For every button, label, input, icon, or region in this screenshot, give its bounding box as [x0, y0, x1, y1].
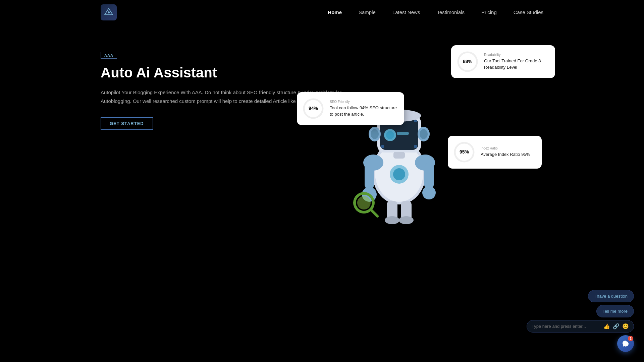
nav-item-testimonials[interactable]: Testimonials	[437, 9, 465, 15]
nav-item-latest-news[interactable]: Latest News	[392, 9, 420, 15]
svg-point-9	[386, 131, 394, 139]
svg-point-1	[108, 11, 110, 13]
svg-rect-19	[393, 152, 405, 159]
readability-card-info: Readability Our Tool Trained For Grade 8…	[484, 53, 548, 70]
stat-card-index: 95% Index Ratio Average Index Ratio 95%	[448, 136, 542, 169]
seo-card-desc: Tool can follow 94% SEO structure to pos…	[330, 105, 397, 117]
seo-card-info: SEO Friendly Tool can follow 94% SEO str…	[330, 100, 397, 117]
svg-point-28	[422, 186, 436, 199]
svg-text:94%: 94%	[309, 106, 318, 111]
nav-links: Home Sample Latest News Testimonials Pri…	[328, 9, 543, 15]
chat-widget: I have a question Tell me more 👍 🔗 😊 1	[527, 290, 634, 352]
svg-text:95%: 95%	[460, 149, 469, 155]
chat-input[interactable]	[532, 324, 600, 329]
svg-rect-14	[414, 145, 417, 148]
svg-point-26	[357, 196, 371, 209]
readability-card-desc: Our Tool Trained For Grade 8 Readability…	[484, 58, 548, 70]
seo-card-label: SEO Friendly	[330, 100, 397, 104]
nav-item-sample[interactable]: Sample	[359, 9, 376, 15]
nav-item-case-studies[interactable]: Case Studies	[514, 9, 543, 15]
stat-card-seo: 94% SEO Friendly Tool can follow 94% SEO…	[297, 92, 404, 125]
chat-emoji-icon[interactable]: 😊	[622, 323, 629, 329]
svg-text:88%: 88%	[463, 59, 473, 64]
logo	[101, 4, 117, 20]
svg-point-16	[371, 129, 379, 139]
svg-point-31	[385, 216, 399, 224]
svg-line-27	[371, 209, 377, 216]
chat-more-button[interactable]: Tell me more	[596, 305, 634, 317]
svg-rect-13	[381, 145, 384, 148]
chat-input-icons: 👍 🔗 😊	[603, 323, 629, 329]
chat-input-area: 👍 🔗 😊	[527, 320, 634, 333]
index-card-label: Index Ratio	[481, 146, 530, 150]
svg-rect-10	[397, 132, 409, 135]
chat-thumbs-up-icon[interactable]: 👍	[603, 323, 610, 329]
svg-point-32	[399, 216, 414, 224]
get-started-button[interactable]: GET STARTED	[101, 117, 153, 130]
readability-card-label: Readability	[484, 53, 548, 57]
hero-section: AAA Auto Ai Assistant Autopilot Your Blo…	[0, 25, 644, 253]
svg-rect-12	[414, 120, 417, 122]
aaa-badge: AAA	[101, 52, 117, 59]
navbar: Home Sample Latest News Testimonials Pri…	[0, 0, 644, 25]
svg-rect-23	[424, 163, 434, 189]
index-card-desc: Average Index Ratio 95%	[481, 152, 530, 158]
chat-question-button[interactable]: I have a question	[588, 290, 634, 302]
nav-item-pricing[interactable]: Pricing	[481, 9, 497, 15]
svg-point-5	[393, 168, 405, 180]
index-card-info: Index Ratio Average Index Ratio 95%	[481, 146, 530, 158]
stat-card-readability: 88% Readability Our Tool Trained For Gra…	[451, 45, 555, 78]
chat-link-icon[interactable]: 🔗	[613, 323, 620, 329]
chat-fab-badge: 1	[628, 336, 633, 341]
chat-fab-button[interactable]: 1	[617, 335, 634, 352]
logo-icon	[101, 4, 117, 20]
svg-rect-22	[365, 163, 374, 189]
nav-item-home[interactable]: Home	[328, 9, 342, 15]
svg-point-18	[420, 129, 428, 139]
robot-figure	[344, 59, 454, 233]
hero-visual: 94% SEO Friendly Tool can follow 94% SEO…	[297, 45, 548, 253]
